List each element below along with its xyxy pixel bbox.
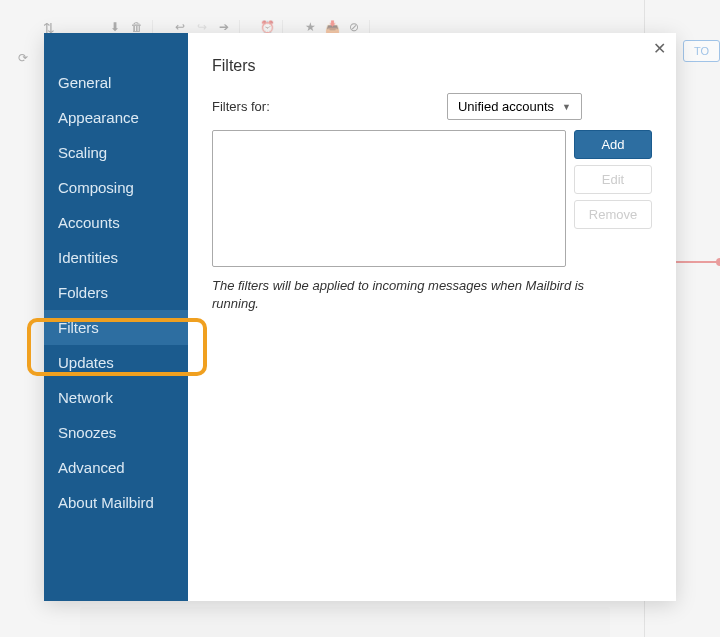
settings-modal: General Appearance Scaling Composing Acc…: [44, 33, 676, 601]
refresh-icon: ⟳: [18, 51, 28, 65]
sidebar-item-advanced[interactable]: Advanced: [44, 450, 188, 485]
chevron-down-icon: ▼: [562, 102, 571, 112]
reply-all-icon: ↪: [195, 20, 209, 34]
sidebar-item-composing[interactable]: Composing: [44, 170, 188, 205]
block-icon: ⊘: [347, 20, 361, 34]
add-button[interactable]: Add: [574, 130, 652, 159]
bg-toolbar: ⬇ 🗑 ↩ ↪ ➔ ⏰ ★ 📥 ⊘: [100, 20, 370, 34]
today-button-bg: TO: [683, 40, 720, 62]
settings-sidebar: General Appearance Scaling Composing Acc…: [44, 33, 188, 601]
snooze-icon: ⏰: [260, 20, 274, 34]
filter-action-buttons: Add Edit Remove: [574, 130, 652, 267]
account-dropdown[interactable]: Unified accounts ▼: [447, 93, 582, 120]
sidebar-item-network[interactable]: Network: [44, 380, 188, 415]
sidebar-item-about[interactable]: About Mailbird: [44, 485, 188, 520]
bg-content-area: [80, 607, 610, 637]
edit-button[interactable]: Edit: [574, 165, 652, 194]
sidebar-item-accounts[interactable]: Accounts: [44, 205, 188, 240]
trash-icon: 🗑: [130, 20, 144, 34]
sidebar-item-scaling[interactable]: Scaling: [44, 135, 188, 170]
download-icon: ⬇: [108, 20, 122, 34]
filters-listbox[interactable]: [212, 130, 566, 267]
help-text: The filters will be applied to incoming …: [212, 277, 592, 313]
star-icon: ★: [303, 20, 317, 34]
close-icon[interactable]: ✕: [653, 41, 666, 57]
reply-icon: ↩: [173, 20, 187, 34]
sidebar-item-identities[interactable]: Identities: [44, 240, 188, 275]
remove-button[interactable]: Remove: [574, 200, 652, 229]
sidebar-item-filters[interactable]: Filters: [44, 310, 188, 345]
panel-title: Filters: [212, 57, 652, 75]
archive-icon: 📥: [325, 20, 339, 34]
sidebar-item-appearance[interactable]: Appearance: [44, 100, 188, 135]
sidebar-item-general[interactable]: General: [44, 65, 188, 100]
sidebar-item-snoozes[interactable]: Snoozes: [44, 415, 188, 450]
forward-icon: ➔: [217, 20, 231, 34]
settings-panel: ✕ Filters Filters for: Unified accounts …: [188, 33, 676, 601]
sidebar-item-updates[interactable]: Updates: [44, 345, 188, 380]
account-dropdown-value: Unified accounts: [458, 99, 554, 114]
sidebar-item-folders[interactable]: Folders: [44, 275, 188, 310]
filters-for-label: Filters for:: [212, 99, 270, 114]
